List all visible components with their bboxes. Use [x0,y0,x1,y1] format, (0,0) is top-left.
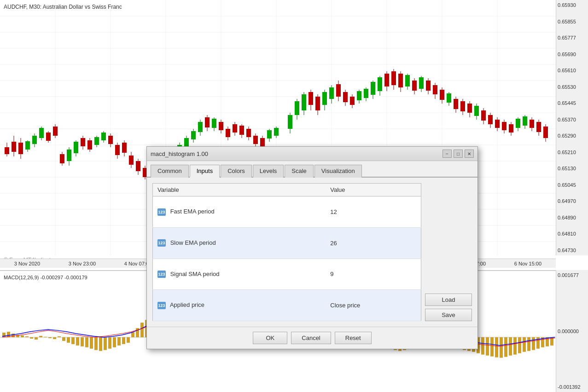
row-value[interactable]: 9 [326,259,421,290]
svg-rect-59 [122,143,127,153]
svg-rect-79 [191,131,196,139]
svg-rect-51 [94,137,99,145]
svg-rect-169 [509,124,513,133]
svg-rect-35 [39,128,44,138]
svg-rect-103 [274,128,279,136]
svg-rect-294 [523,337,526,352]
svg-rect-139 [405,75,410,86]
svg-rect-292 [513,337,517,355]
svg-rect-191 [48,337,52,338]
price-level: 0.65045 [558,182,587,188]
svg-rect-185 [21,335,24,337]
svg-rect-149 [440,90,444,100]
type-icon: 123 [157,302,166,309]
svg-rect-125 [357,91,361,100]
svg-rect-43 [67,150,71,161]
svg-rect-183 [12,334,15,337]
svg-rect-53 [101,133,106,140]
row-variable: 123 Slow EMA period [153,227,326,259]
tab-common[interactable]: Common [151,165,189,178]
svg-rect-293 [518,337,521,353]
svg-rect-81 [198,122,203,132]
svg-rect-105 [288,115,292,129]
svg-rect-286 [486,337,489,356]
table-row[interactable]: 123 Signal SMA period 9 [153,259,421,290]
row-value[interactable]: 12 [326,196,421,228]
svg-rect-133 [384,74,389,86]
svg-rect-45 [74,142,78,153]
svg-rect-196 [71,337,75,344]
minimize-button[interactable]: − [442,150,452,158]
svg-rect-117 [329,87,334,99]
price-level: 0.65210 [558,150,587,155]
svg-rect-99 [260,138,265,146]
svg-rect-295 [527,337,530,351]
svg-rect-201 [94,337,98,350]
variable-name: Slow EMA period [170,239,216,246]
svg-rect-195 [67,337,70,343]
tab-colors[interactable]: Colors [221,165,252,178]
table-row[interactable]: 123 Fast EMA period 12 [153,196,421,228]
svg-rect-39 [53,127,58,136]
svg-rect-93 [239,126,244,135]
svg-rect-41 [60,154,64,163]
svg-rect-159 [474,106,479,116]
reset-button[interactable]: Reset [335,332,372,344]
macd-label: MACD(12,26,9) -0.000297 -0.000179 [4,275,87,280]
tab-visualization[interactable]: Visualization [314,165,362,178]
price-level: 0.65530 [558,84,587,90]
table-row[interactable]: 123 Slow EMA period 26 [153,227,421,259]
maximize-button[interactable]: □ [454,150,463,158]
svg-rect-206 [117,337,121,346]
price-level: 0.64970 [558,198,587,204]
tab-scale[interactable]: Scale [285,165,314,178]
svg-rect-115 [322,92,327,105]
cancel-button[interactable]: Cancel [291,332,331,344]
titlebar-buttons: − □ ✕ [442,150,474,158]
price-level: 0.65777 [558,35,587,40]
time-label: 3 Nov 2020 [14,261,40,266]
table-row[interactable]: 123 Applied price Close price [153,290,421,321]
type-icon: 123 [157,208,166,216]
svg-rect-165 [495,120,500,128]
save-button[interactable]: Save [425,309,472,321]
svg-rect-97 [253,136,258,144]
tab-levels[interactable]: Levels [253,165,284,178]
svg-rect-37 [46,133,51,141]
svg-rect-187 [30,337,33,339]
price-level: 0.65610 [558,68,587,73]
svg-rect-31 [25,141,30,150]
svg-rect-127 [364,89,368,98]
row-value[interactable]: Close price [326,290,421,321]
svg-rect-204 [108,337,111,349]
svg-rect-296 [532,337,535,350]
svg-rect-101 [267,130,272,138]
svg-rect-141 [412,81,417,91]
row-value[interactable]: 26 [326,227,421,259]
type-icon: 123 [157,271,166,278]
svg-rect-131 [378,77,382,91]
svg-rect-173 [523,116,527,126]
params-table: Variable Value 123 Fast EMA period 12 [152,183,421,321]
chart-title: AUDCHF, M30: Australian Dollar vs Swiss … [4,4,122,10]
svg-rect-151 [447,93,451,103]
macd-level: -0.001392 [558,384,587,390]
load-button[interactable]: Load [425,294,472,306]
svg-rect-147 [433,85,437,94]
variable-name: Applied price [170,301,204,308]
close-button[interactable]: ✕ [465,150,474,158]
table-wrapper[interactable]: Variable Value 123 Fast EMA period 12 [152,183,421,321]
ok-button[interactable]: OK [253,332,287,344]
svg-rect-161 [481,110,486,121]
svg-rect-89 [226,129,230,137]
tab-inputs[interactable]: Inputs [190,165,220,178]
svg-rect-87 [219,122,223,130]
dialog-titlebar[interactable]: macd_histogram 1.00 − □ ✕ [147,147,477,161]
svg-rect-121 [343,92,348,102]
svg-rect-192 [53,337,56,339]
col-variable: Variable [153,184,326,196]
svg-rect-211 [140,323,144,337]
settings-dialog: macd_histogram 1.00 − □ ✕ Common Inputs … [146,146,478,349]
svg-rect-111 [309,92,313,105]
svg-rect-287 [490,337,494,357]
